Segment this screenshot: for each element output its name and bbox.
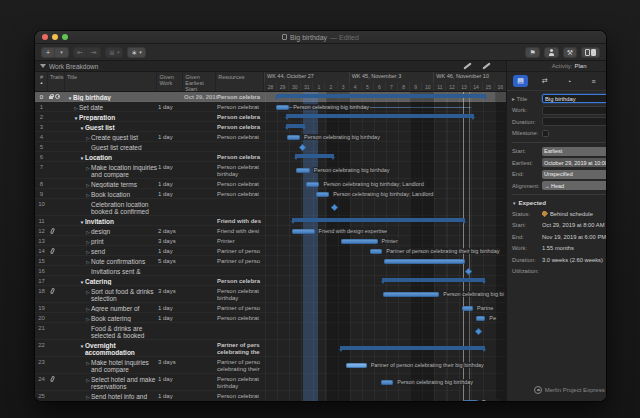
column-header-given-earliest-start[interactable]: Given Earliest Start (183, 72, 216, 91)
table-row[interactable]: 21Food & drinks are selected & booked (35, 323, 506, 340)
row-title[interactable]: ▼Big birthday (65, 92, 158, 101)
row-title[interactable]: ▼Invitation (65, 216, 158, 225)
gantt-bar[interactable] (381, 380, 393, 385)
table-row[interactable]: 7▷Make location inquiries and compare1 d… (35, 162, 506, 179)
row-title[interactable]: ▷Note confirmations (65, 256, 158, 265)
table-row[interactable]: 20▷Book catering1 dayPerson celebratPe (35, 313, 506, 323)
table-row[interactable]: 0▼Big birthdayOct 29, 2019Person celebra (35, 92, 506, 102)
gantt-milestone[interactable] (474, 328, 481, 335)
column-header-title[interactable]: Title (65, 72, 158, 91)
row-title[interactable]: ▷send (65, 246, 158, 255)
gantt-summary-bar[interactable] (340, 346, 485, 350)
tab-settings[interactable]: ≡ (586, 75, 601, 87)
table-row[interactable]: 17▼CateringPerson celebra (35, 276, 506, 286)
gantt-row[interactable] (265, 323, 506, 339)
row-title[interactable]: ▷Create guest list (65, 132, 158, 141)
gantt-milestone[interactable] (331, 204, 338, 211)
settings-gear-button[interactable]: ∗▾ (127, 47, 145, 58)
table-row[interactable]: 24▷Select hotel and make reservations1 d… (35, 374, 506, 391)
section-header-expected[interactable]: ▼Expected (512, 199, 606, 206)
gantt-row[interactable] (265, 216, 506, 225)
row-title[interactable]: ▷Negotiate terms (65, 179, 158, 188)
row-title[interactable]: ▼Guest list (65, 122, 158, 131)
gantt-summary-bar[interactable] (286, 124, 305, 128)
gantt-bar[interactable] (292, 229, 315, 234)
row-title[interactable]: ▷Make location inquiries and compare (65, 162, 158, 178)
gantt-bar[interactable] (287, 135, 300, 140)
field-title-input[interactable]: Big birthday (542, 94, 606, 103)
gantt-bar[interactable] (383, 292, 439, 297)
table-row[interactable]: 22▼Overnight accommodationPartner of per… (35, 340, 506, 357)
add-button[interactable]: + (41, 47, 55, 58)
tab-activity[interactable]: ▤ (513, 75, 528, 87)
format-pen-icon[interactable] (482, 62, 490, 69)
gantt-row[interactable] (265, 152, 506, 161)
edit-button[interactable]: ≣▾ (105, 47, 123, 58)
row-title[interactable]: ▷design (65, 226, 158, 235)
gantt-row[interactable] (265, 92, 506, 101)
row-title[interactable]: Celebration location booked & confirmed (65, 199, 158, 215)
column-header-#[interactable]: #▲ (35, 72, 48, 91)
gantt-row[interactable]: Printer (265, 236, 506, 245)
field-alignment-dropdown[interactable]: → Head (542, 181, 606, 190)
gantt-row[interactable] (265, 276, 506, 285)
gantt-row[interactable] (265, 199, 506, 215)
table-row[interactable]: 18▷Sort out food & drinks selection3 day… (35, 286, 506, 303)
table-row[interactable]: 11▼InvitationFriend with des (35, 216, 506, 226)
resources-button[interactable] (544, 47, 559, 58)
row-title[interactable]: ▷Book location (65, 189, 158, 198)
panel-toggle-button[interactable] (581, 47, 600, 58)
table-row[interactable]: 9▷Book location1 dayPerson celebratPerso… (35, 189, 506, 199)
row-title[interactable]: ▼Overnight accommodation (65, 340, 158, 356)
tools-button[interactable]: ⚒ (563, 47, 577, 58)
view-type-label[interactable]: Work Breakdown (49, 63, 98, 70)
flag-button[interactable]: ⚑ (525, 47, 539, 58)
gantt-bar[interactable] (316, 192, 329, 197)
field-earliest-date[interactable]: October 29, 2019 at 10:00 AM (542, 158, 606, 167)
table-row[interactable]: 12▷design2 daysFriend with desiFriend wi… (35, 226, 506, 236)
tab-dependencies[interactable]: ⇄ (537, 75, 552, 87)
outdent-button[interactable]: ⇤ (73, 47, 87, 58)
table-row[interactable]: 2▼PreparationPerson celebra (35, 112, 506, 122)
gantt-bar[interactable] (370, 249, 382, 254)
gantt-row[interactable] (265, 256, 506, 265)
gantt-summary-bar[interactable] (276, 94, 487, 98)
gantt-bar[interactable] (462, 306, 473, 311)
gantt-row[interactable]: Person celebrating big birthday (265, 102, 506, 111)
column-header-resources[interactable]: Resources (216, 72, 264, 91)
table-row[interactable]: 13▷print3 daysPrinterPrinter (35, 236, 506, 246)
table-row[interactable]: 14▷send1 dayPartner of persoPartner of p… (35, 246, 506, 256)
gantt-summary-bar[interactable] (286, 114, 475, 118)
gantt-row[interactable]: Person celebrating big birthday (265, 374, 506, 390)
gantt-row[interactable] (265, 112, 506, 121)
gantt-row[interactable]: Partne (265, 303, 506, 312)
gantt-bar[interactable] (306, 182, 319, 187)
row-title[interactable]: ▼Catering (65, 276, 158, 285)
indent-button[interactable]: ⇥ (87, 47, 101, 58)
row-title[interactable]: ▷Book catering (65, 313, 158, 322)
gantt-summary-bar[interactable] (292, 218, 465, 222)
row-title[interactable]: Food & drinks are selected & booked (65, 323, 158, 339)
table-row[interactable]: 16Invitations sent & RSVP'd (35, 266, 506, 276)
column-header-traits[interactable]: Traits (48, 72, 65, 91)
style-pen-icon[interactable] (463, 62, 471, 69)
column-header-given-work[interactable]: Given Work (157, 72, 183, 91)
tab-time[interactable]: ◔ (562, 75, 577, 87)
table-row[interactable]: 25▷Send hotel info and directions to gue… (35, 391, 506, 401)
add-menu-button[interactable]: ▾ (55, 47, 69, 58)
gantt-row[interactable]: Person celebrating big birthday; Landlor… (265, 179, 506, 188)
row-title[interactable]: ▼Preparation (65, 112, 158, 121)
row-title[interactable]: Invitations sent & RSVP'd (65, 266, 158, 275)
gantt-milestone[interactable] (299, 143, 306, 150)
table-row[interactable]: 5Guest list created (35, 142, 506, 152)
gantt-summary-bar[interactable] (382, 278, 485, 282)
gantt-row[interactable]: Friend with design expertise (265, 226, 506, 235)
row-title[interactable]: ▼Location (65, 152, 158, 161)
table-row[interactable]: 10Celebration location booked & confirme… (35, 199, 506, 216)
gantt-row[interactable] (265, 142, 506, 151)
row-title[interactable]: ▷Sort out food & drinks selection (65, 286, 158, 302)
gantt-row[interactable] (265, 122, 506, 131)
row-title[interactable]: ▷Make hotel inquiries and compare (65, 357, 158, 373)
gantt-row[interactable] (265, 340, 506, 356)
gantt-milestone[interactable] (465, 267, 472, 274)
